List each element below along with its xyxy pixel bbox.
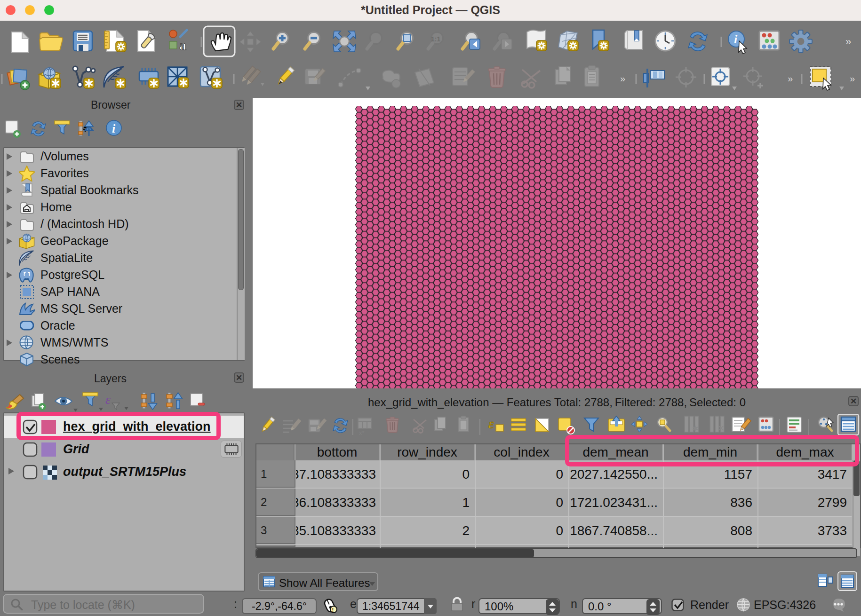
svg-text:✱: ✱ [692, 425, 698, 433]
svg-text:ε: ε [105, 392, 111, 407]
svg-text:i: i [112, 122, 116, 135]
svg-text:1:1: 1:1 [431, 35, 440, 43]
svg-text:ε: ε [488, 416, 494, 431]
svg-text:»: » [845, 36, 851, 47]
svg-text:i: i [734, 32, 738, 46]
svg-text:!: ! [332, 607, 334, 613]
svg-text:»: » [850, 73, 855, 84]
svg-text:»: » [620, 73, 625, 84]
svg-text:✕: ✕ [718, 424, 725, 433]
svg-text:»: » [788, 73, 793, 84]
svg-text:a: a [179, 37, 186, 53]
svg-text:x*: x* [359, 429, 365, 436]
